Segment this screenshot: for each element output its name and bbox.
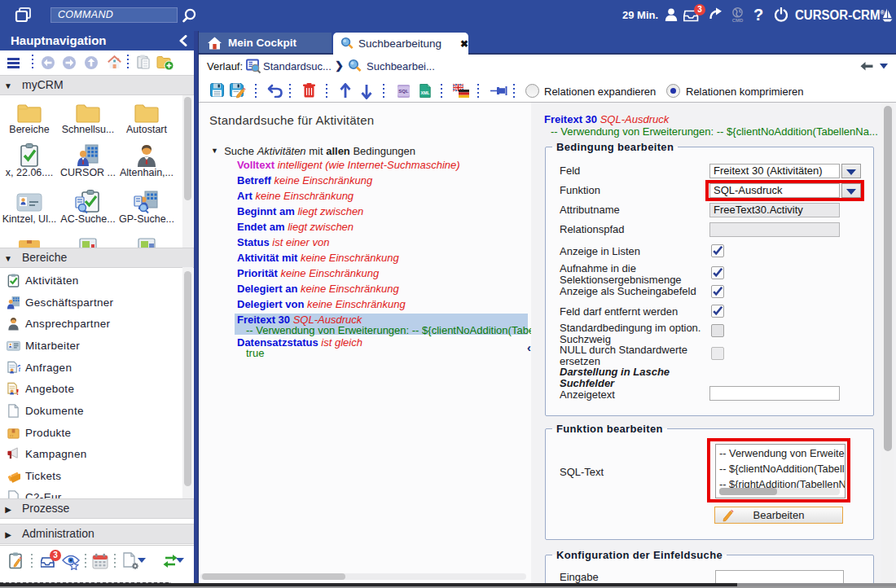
svg-text:XML: XML (420, 90, 430, 95)
svg-text:↑↑: ↑↑ (10, 434, 14, 438)
svg-text:?: ? (17, 364, 20, 373)
svg-text:CMD: CMD (732, 18, 744, 23)
